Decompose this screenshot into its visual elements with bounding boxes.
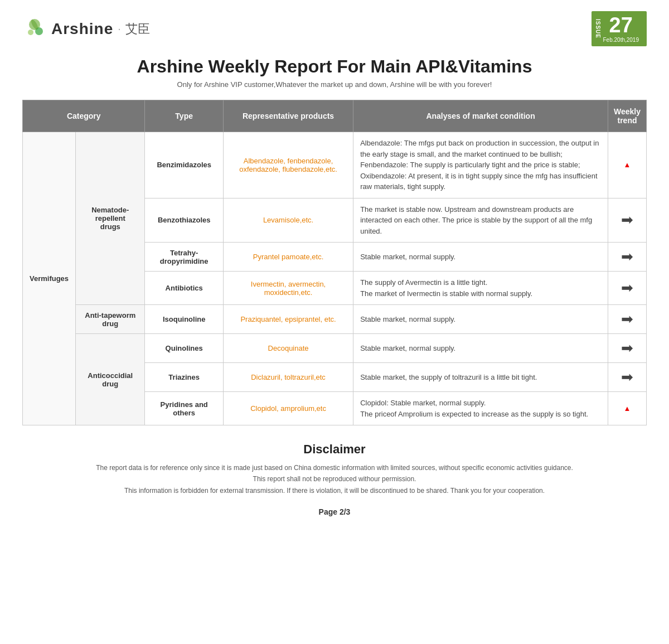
disclaimer-title: Disclaimer xyxy=(33,442,636,457)
right-arrow-icon: ➡ xyxy=(621,279,633,296)
products-cell: Pyrantel pamoate,etc. xyxy=(223,243,353,272)
analysis-cell: The market is stable now. Upstream and d… xyxy=(353,198,608,243)
products-cell: Ivermectin, avermectin, moxidectin,etc. xyxy=(223,272,353,305)
page-footer: Page 2/3 xyxy=(22,507,647,516)
main-title: Arshine Weekly Report For Main API&Vitam… xyxy=(22,56,647,77)
logo-separator: · xyxy=(118,22,121,35)
trend-cell: ➡ xyxy=(608,198,646,243)
header-type: Type xyxy=(145,100,224,132)
type-cell: Quinolines xyxy=(145,334,224,363)
category-cell: Vermifuges xyxy=(23,132,76,425)
disclaimer-line: The report data is for reference only si… xyxy=(33,462,636,473)
issue-badge: ISSUE 27 Feb.20th,2019 xyxy=(592,11,647,46)
type-cell: Benzimidazoles xyxy=(145,132,224,198)
trend-cell: ➡ xyxy=(608,363,646,392)
right-arrow-icon: ➡ xyxy=(621,248,633,265)
right-arrow-icon: ➡ xyxy=(621,311,633,327)
type-cell: Antibiotics xyxy=(145,272,224,305)
subcategory-cell: Anticoccidialdrug xyxy=(76,334,145,425)
header-analysis: Analyses of market condition xyxy=(353,100,608,132)
analysis-cell: Stable market, normal supply. xyxy=(353,334,608,363)
products-cell: Clopidol, amprolium,etc xyxy=(223,392,353,425)
header-products: Representative products xyxy=(223,100,353,132)
subtitle: Only for Arshine VIP customer,Whatever t… xyxy=(22,80,647,89)
table-row: AnticoccidialdrugQuinolinesDecoquinateSt… xyxy=(23,334,647,363)
svg-point-2 xyxy=(28,30,33,35)
type-cell: Benzothiazoles xyxy=(145,198,224,243)
table-row: Anti-tapewormdrugIsoquinolinePraziquante… xyxy=(23,305,647,334)
trend-cell: ➡ xyxy=(608,243,646,272)
right-arrow-icon: ➡ xyxy=(621,369,633,385)
products-cell: Diclazuril, toltrazuril,etc xyxy=(223,363,353,392)
logo-icon xyxy=(22,17,47,41)
disclaimer-line: This report shall not be reproduced with… xyxy=(33,473,636,485)
page-container: Arshine · 艾臣 ISSUE 27 Feb.20th,2019 Arsh… xyxy=(0,0,669,533)
subcategory-cell: Anti-tapewormdrug xyxy=(76,305,145,334)
products-cell: Decoquinate xyxy=(223,334,353,363)
products-cell: Albendazole, fenbendazole, oxfendazole, … xyxy=(223,132,353,198)
disclaimer-line: This information is forbidden for extern… xyxy=(33,485,636,496)
products-cell: Levamisole,etc. xyxy=(223,198,353,243)
type-cell: Tetrahy-dropyrimidine xyxy=(145,243,224,272)
trend-cell: ➡ xyxy=(608,272,646,305)
header-category: Category xyxy=(23,100,145,132)
logo-text: Arshine xyxy=(51,20,113,38)
logo-chinese: 艾臣 xyxy=(125,21,150,37)
trend-cell: ▲ xyxy=(608,392,646,425)
type-cell: Isoquinoline xyxy=(145,305,224,334)
report-table: Category Type Representative products An… xyxy=(22,100,647,425)
analysis-cell: Stable market, the supply of toltrazuril… xyxy=(353,363,608,392)
analysis-cell: Clopidol: Stable market, normal supply.T… xyxy=(353,392,608,425)
up-arrow-icon: ▲ xyxy=(624,404,631,413)
right-arrow-icon: ➡ xyxy=(621,211,633,228)
right-arrow-icon: ➡ xyxy=(621,340,633,356)
trend-cell: ➡ xyxy=(608,334,646,363)
table-header-row: Category Type Representative products An… xyxy=(23,100,647,132)
title-section: Arshine Weekly Report For Main API&Vitam… xyxy=(22,56,647,89)
issue-number: 27 xyxy=(609,14,633,36)
trend-cell: ▲ xyxy=(608,132,646,198)
products-cell: Praziquantel, epsiprantel, etc. xyxy=(223,305,353,334)
subcategory-cell: Nematode-repellentdrugs xyxy=(76,132,145,305)
analysis-cell: Stable market, normal supply. xyxy=(353,305,608,334)
table-row: VermifugesNematode-repellentdrugsBenzimi… xyxy=(23,132,647,198)
header: Arshine · 艾臣 ISSUE 27 Feb.20th,2019 xyxy=(22,11,647,46)
type-cell: Triazines xyxy=(145,363,224,392)
analysis-cell: Albendazole: The mfgs put back on produc… xyxy=(353,132,608,198)
up-arrow-icon: ▲ xyxy=(624,161,631,169)
issue-label: ISSUE xyxy=(595,19,601,38)
disclaimer-section: Disclaimer The report data is for refere… xyxy=(22,442,647,496)
analysis-cell: Stable market, normal supply. xyxy=(353,243,608,272)
analysis-cell: The supply of Avermectin is a little tig… xyxy=(353,272,608,305)
issue-date: Feb.20th,2019 xyxy=(603,37,639,43)
trend-cell: ➡ xyxy=(608,305,646,334)
header-trend: Weeklytrend xyxy=(608,100,646,132)
issue-right: 27 Feb.20th,2019 xyxy=(603,14,639,43)
type-cell: Pyridines and others xyxy=(145,392,224,425)
logo-area: Arshine · 艾臣 xyxy=(22,17,150,41)
disclaimer-text: The report data is for reference only si… xyxy=(33,462,636,496)
